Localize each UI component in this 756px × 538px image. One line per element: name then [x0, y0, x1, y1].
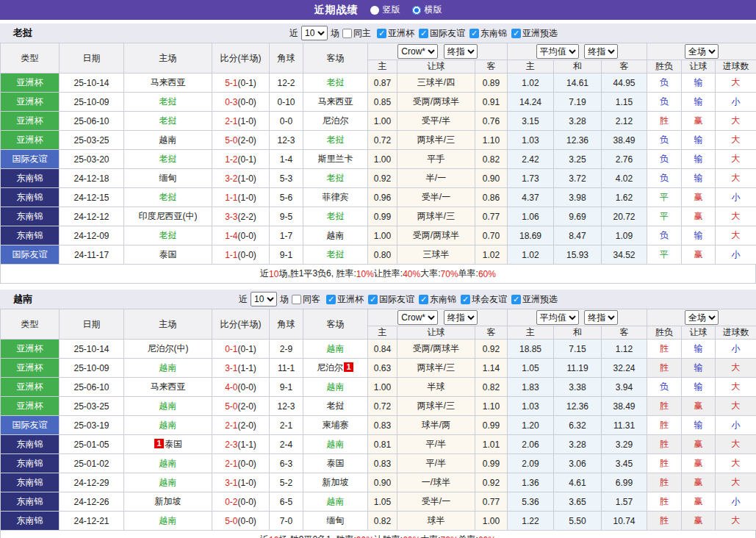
match-row: 国际友谊25-03-20老挝1-2(0-1)1-4斯里兰卡1.00平手0.822…: [1, 150, 756, 169]
handicap-line: 半/一: [397, 169, 475, 188]
handicap-home-odds: 0.83: [368, 416, 397, 435]
date-cell: 25-10-09: [60, 93, 124, 112]
radio-icon[interactable]: [412, 6, 421, 15]
checkbox-icon[interactable]: ✓: [461, 295, 470, 304]
result-outcome: 胜: [647, 416, 682, 435]
col-header-home: 主场: [124, 309, 212, 340]
recent-count-select[interactable]: 10: [251, 292, 277, 306]
euro-away-odds: 32.24: [602, 359, 647, 378]
euro-draw-odds: 3.28: [554, 435, 602, 454]
match-row: 亚洲杯25-03-25越南5-0(2-0)12-3老挝0.72两球半/三1.10…: [1, 397, 756, 416]
result-handicap: 输: [682, 226, 716, 245]
result-goals: 大: [716, 112, 756, 131]
checkbox-icon[interactable]: ✓: [511, 29, 521, 38]
filter-checkbox[interactable]: ✓球会友谊: [461, 293, 507, 306]
filter-checkbox[interactable]: ✓亚洲预选: [511, 293, 558, 306]
score-cell: 4-0(0-0): [212, 378, 270, 397]
match-row: 亚洲杯25-06-10马来西亚4-0(0-0)9-1越南1.00半球0.821.…: [1, 378, 756, 397]
filter-label: 东南锦: [430, 293, 456, 306]
view-option-vertical[interactable]: 竖版: [370, 4, 400, 16]
result-outcome: 胜: [647, 512, 682, 531]
scope-select[interactable]: 全场: [685, 310, 719, 325]
result-goals: 大: [716, 169, 756, 188]
away-team-cell: 老挝: [303, 207, 368, 226]
checkbox-icon[interactable]: ✓: [377, 29, 386, 38]
checkbox-icon[interactable]: [292, 295, 301, 304]
corners-cell: 9-1: [270, 245, 303, 265]
corners-cell: 1-7: [270, 226, 303, 245]
handicap-away-odds: 1.02: [475, 245, 508, 265]
summary-text: 70%: [441, 269, 458, 279]
filter-checkbox[interactable]: ✓东南锦: [469, 27, 507, 40]
away-team-cell: 老挝: [303, 169, 368, 188]
filter-label: 东南锦: [480, 27, 507, 40]
result-outcome: 平: [647, 245, 682, 265]
checkbox-icon[interactable]: ✓: [326, 295, 336, 304]
result-outcome: 胜: [647, 454, 682, 473]
euro-away-odds: 2.12: [602, 112, 647, 131]
checkbox-icon[interactable]: ✓: [419, 29, 428, 38]
euro-source-select[interactable]: 平均值: [536, 310, 579, 325]
handicap-source-select[interactable]: Crow*: [397, 310, 438, 325]
view-option-label: 横版: [425, 4, 442, 16]
euro-home-odds: 1.06: [508, 207, 554, 226]
away-team-cell: 菲律宾: [303, 188, 368, 207]
home-team-cell: 越南: [124, 512, 212, 531]
euro-draw-odds: 5.50: [554, 512, 602, 531]
handicap-line: 受两/两球半: [397, 340, 475, 359]
summary-text: 大率:: [420, 534, 440, 538]
same-side-checkbox[interactable]: 同主: [342, 27, 371, 40]
checkbox-icon[interactable]: ✓: [368, 295, 378, 304]
match-row: 东南锦24-12-15老挝1-1(1-0)5-6菲律宾0.96受半/一0.864…: [1, 188, 756, 207]
euro-draw-odds: 7.15: [554, 340, 602, 359]
filter-checkbox[interactable]: ✓亚洲杯: [326, 293, 364, 306]
checkbox-icon[interactable]: ✓: [511, 295, 521, 304]
recent-count-select[interactable]: 10: [301, 26, 328, 40]
filter-checkbox[interactable]: ✓亚洲预选: [511, 27, 558, 40]
handicap-home-odds: 1.00: [368, 226, 397, 245]
result-goals: 小: [716, 340, 756, 359]
checkbox-icon[interactable]: [342, 29, 352, 38]
score-cell: 2-1(2-0): [212, 416, 270, 435]
view-option-horizontal[interactable]: 横版: [412, 4, 442, 16]
section-control-bar: 老挝 近 10 场 同主 ✓亚洲杯✓国际友谊✓东南锦✓亚洲预选: [0, 24, 756, 43]
match-type-badge: 东南锦: [1, 435, 60, 454]
filter-checkbox[interactable]: ✓东南锦: [419, 293, 456, 306]
handicap-time-select[interactable]: 终指: [444, 310, 478, 325]
scope-select[interactable]: 全场: [685, 44, 719, 59]
date-cell: 24-12-21: [60, 512, 124, 531]
same-side-checkbox[interactable]: 同客: [292, 293, 320, 306]
red-card-badge: 1: [344, 362, 353, 372]
red-card-badge: 1: [154, 439, 164, 448]
handicap-away-odds: 0.92: [475, 473, 508, 492]
euro-home-odds: 1.36: [508, 473, 554, 492]
euro-time-select[interactable]: 终指: [584, 44, 618, 59]
handicap-source-select[interactable]: Crow*: [397, 44, 438, 59]
euro-away-odds: 38.49: [602, 131, 647, 150]
euro-source-select[interactable]: 平均值: [536, 44, 579, 59]
euro-draw-odds: 3.06: [554, 454, 602, 473]
result-outcome: 胜: [647, 359, 682, 378]
handicap-away-odds: 0.77: [475, 492, 508, 512]
filter-checkbox[interactable]: ✓国际友谊: [419, 27, 465, 40]
radio-icon[interactable]: [370, 6, 379, 15]
euro-time-select[interactable]: 终指: [584, 310, 618, 325]
checkbox-icon[interactable]: ✓: [419, 295, 428, 304]
handicap-away-odds: 0.92: [475, 340, 508, 359]
result-handicap: 输: [682, 150, 716, 169]
result-outcome: 胜: [647, 473, 682, 492]
handicap-line: 球半/两: [397, 416, 475, 435]
match-row: 东南锦24-12-18缅甸3-2(1-0)5-3老挝0.92半/一0.901.7…: [1, 169, 756, 188]
euro-home-odds: 1.03: [508, 131, 554, 150]
filter-checkbox[interactable]: ✓亚洲杯: [377, 27, 414, 40]
filter-checkbox[interactable]: ✓国际友谊: [368, 293, 414, 306]
checkbox-icon[interactable]: ✓: [469, 29, 479, 38]
date-cell: 24-12-29: [60, 473, 124, 492]
date-cell: 25-03-25: [60, 131, 124, 150]
date-cell: 25-03-25: [60, 397, 124, 416]
handicap-home-odds: 1.00: [368, 150, 397, 169]
match-type-badge: 亚洲杯: [1, 340, 60, 359]
handicap-away-odds: 1.10: [475, 397, 508, 416]
result-goals: 大: [716, 378, 756, 397]
handicap-time-select[interactable]: 终指: [444, 44, 478, 59]
